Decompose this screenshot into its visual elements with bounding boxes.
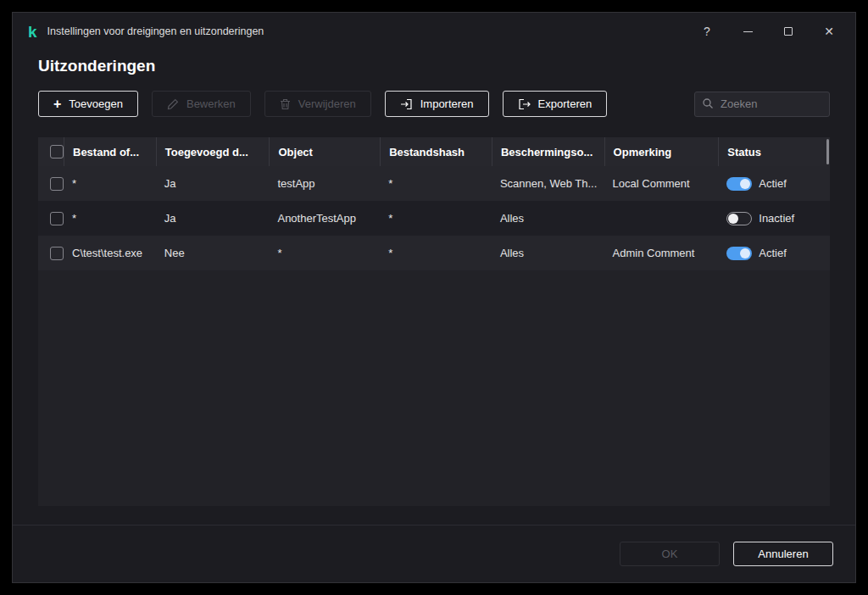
import-button[interactable]: Importeren — [385, 91, 489, 117]
cell-file: * — [64, 201, 156, 236]
select-all-checkbox[interactable] — [50, 145, 64, 158]
column-header[interactable]: Toegevoegd d... — [156, 137, 270, 166]
import-icon — [400, 98, 413, 110]
header-select-cell — [38, 137, 64, 166]
row-select-cell — [38, 201, 64, 236]
cell-added: Nee — [156, 236, 270, 270]
cell-status: Actief — [718, 166, 830, 201]
status-label: Actief — [759, 177, 787, 190]
settings-window: k Instellingen voor dreigingen en uitzon… — [12, 12, 856, 583]
cancel-button[interactable]: Annuleren — [733, 542, 833, 566]
cell-hash: * — [380, 166, 492, 201]
search-input[interactable] — [694, 92, 830, 117]
cell-hash: * — [380, 236, 492, 270]
add-button-label: Toevoegen — [69, 97, 123, 110]
footer: OK Annuleren — [13, 525, 855, 582]
search-icon — [702, 97, 714, 113]
row-checkbox[interactable] — [50, 177, 64, 191]
cell-status: Actief — [718, 236, 830, 270]
column-header[interactable]: Bestand of... — [64, 137, 156, 166]
cell-protection: Scannen, Web Th... — [492, 166, 604, 201]
status-label: Inactief — [759, 212, 794, 225]
row-select-cell — [38, 166, 64, 201]
table-row: * Ja AnotherTestApp * Alles Inactief — [38, 201, 830, 236]
cell-file: C\test\test.exe — [64, 236, 156, 270]
cell-hash: * — [380, 201, 492, 236]
cell-object: AnotherTestApp — [269, 201, 380, 236]
status-label: Actief — [759, 247, 787, 259]
cell-object: * — [269, 236, 380, 270]
status-toggle[interactable] — [726, 177, 752, 191]
search-box — [694, 92, 830, 117]
export-button-label: Exporteren — [538, 97, 593, 110]
cell-added: Ja — [156, 201, 270, 236]
delete-button[interactable]: Verwijderen — [264, 91, 371, 117]
cell-object: testApp — [269, 166, 380, 201]
cell-protection: Alles — [492, 201, 604, 236]
table-body: * Ja testApp * Scannen, Web Th... Local … — [38, 166, 830, 506]
edit-button[interactable]: Bewerken — [152, 91, 251, 117]
toolbar: + Toevoegen Bewerken Verwijderen Import — [38, 91, 830, 117]
window-title: Instellingen voor dreigingen en uitzonde… — [47, 25, 264, 37]
delete-button-label: Verwijderen — [298, 97, 356, 110]
status-toggle[interactable] — [726, 247, 752, 260]
help-icon[interactable]: ? — [693, 19, 721, 44]
cell-comment: Local Comment — [604, 166, 719, 201]
minimize-icon[interactable] — [733, 19, 762, 44]
column-header[interactable]: Object — [269, 137, 380, 166]
cell-comment: Admin Comment — [604, 236, 719, 270]
import-button-label: Importeren — [420, 97, 474, 110]
cell-protection: Alles — [492, 236, 604, 270]
row-checkbox[interactable] — [50, 247, 64, 260]
exclusions-table: Bestand of...Toegevoegd d...ObjectBestan… — [38, 137, 830, 506]
maximize-icon[interactable] — [774, 19, 803, 44]
plus-icon: + — [53, 97, 61, 111]
column-header[interactable]: Opmerking — [604, 137, 719, 166]
export-button[interactable]: Exporteren — [503, 91, 608, 117]
content: Uitzonderingen + Toevoegen Bewerken Verw… — [13, 50, 855, 525]
cell-file: * — [64, 166, 156, 201]
edit-button-label: Bewerken — [186, 97, 236, 110]
scrollbar-thumb[interactable] — [826, 139, 829, 164]
kaspersky-logo-icon: k — [28, 24, 37, 40]
column-header[interactable]: Beschermingso... — [492, 137, 604, 166]
table-row: * Ja testApp * Scannen, Web Th... Local … — [38, 166, 830, 201]
add-button[interactable]: + Toevoegen — [38, 91, 138, 117]
page-title: Uitzonderingen — [38, 55, 830, 77]
table-header: Bestand of...Toegevoegd d...ObjectBestan… — [38, 137, 830, 166]
titlebar-controls: ? ✕ — [681, 19, 843, 44]
export-icon — [518, 98, 531, 110]
column-header[interactable]: Status — [718, 137, 830, 166]
status-toggle[interactable] — [726, 212, 752, 225]
pencil-icon — [167, 98, 179, 110]
cell-status: Inactief — [718, 201, 830, 236]
row-select-cell — [38, 236, 64, 270]
column-header[interactable]: Bestandshash — [380, 137, 492, 166]
trash-icon — [280, 98, 291, 110]
maximize-shape — [784, 27, 793, 36]
cell-added: Ja — [156, 166, 270, 201]
titlebar: k Instellingen voor dreigingen en uitzon… — [13, 13, 855, 50]
cell-comment — [604, 201, 719, 236]
minimize-shape — [743, 31, 753, 32]
row-checkbox[interactable] — [50, 212, 64, 225]
close-icon[interactable]: ✕ — [815, 19, 843, 44]
ok-button[interactable]: OK — [620, 542, 720, 566]
table-row: C\test\test.exe Nee * * Alles Admin Comm… — [38, 236, 830, 270]
